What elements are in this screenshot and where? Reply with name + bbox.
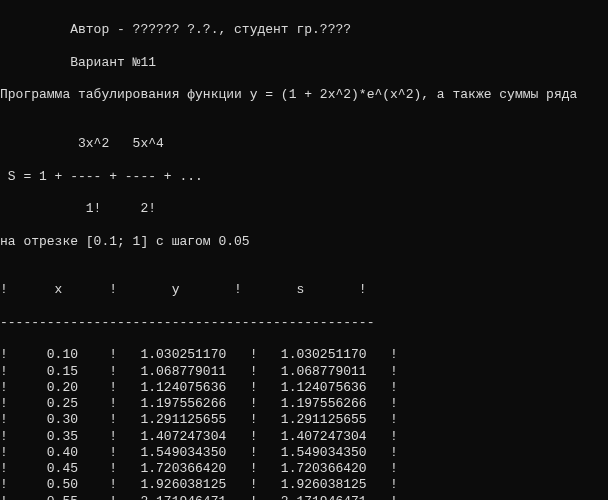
table-header: ! x ! y ! s !	[0, 282, 608, 298]
table-row: ! 0.40 ! 1.549034350 ! 1.549034350 !	[0, 445, 608, 461]
table-row: ! 0.45 ! 1.720366420 ! 1.720366420 !	[0, 461, 608, 477]
formula-line-3: 1! 2!	[0, 201, 608, 217]
table-row: ! 0.50 ! 1.926038125 ! 1.926038125 !	[0, 477, 608, 493]
table-row: ! 0.55 ! 2.171946471 ! 2.171946471 !	[0, 494, 608, 501]
console-output: Автор - ?????? ?.?., студент гр.???? Вар…	[0, 0, 608, 500]
author-line: Автор - ?????? ?.?., студент гр.????	[0, 22, 608, 38]
table-row: ! 0.10 ! 1.030251170 ! 1.030251170 !	[0, 347, 608, 363]
table-body: ! 0.10 ! 1.030251170 ! 1.030251170 !! 0.…	[0, 347, 608, 500]
range-line: на отрезке [0.1; 1] с шагом 0.05	[0, 234, 608, 250]
formula-line-1: 3x^2 5x^4	[0, 136, 608, 152]
table-sep: ----------------------------------------…	[0, 315, 608, 331]
table-row: ! 0.35 ! 1.407247304 ! 1.407247304 !	[0, 429, 608, 445]
table-row: ! 0.30 ! 1.291125655 ! 1.291125655 !	[0, 412, 608, 428]
table-row: ! 0.20 ! 1.124075636 ! 1.124075636 !	[0, 380, 608, 396]
table-row: ! 0.15 ! 1.068779011 ! 1.068779011 !	[0, 364, 608, 380]
desc-line: Программа табулирования функции y = (1 +…	[0, 87, 608, 103]
table-row: ! 0.25 ! 1.197556266 ! 1.197556266 !	[0, 396, 608, 412]
variant-line: Вариант №11	[0, 55, 608, 71]
formula-line-2: S = 1 + ---- + ---- + ...	[0, 169, 608, 185]
